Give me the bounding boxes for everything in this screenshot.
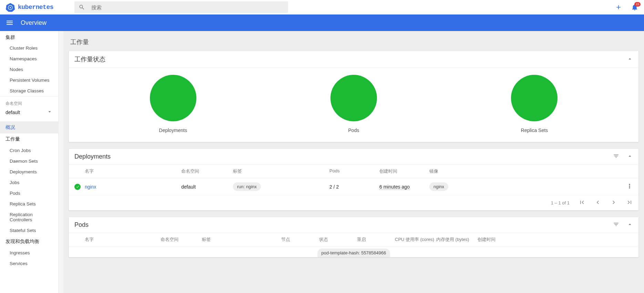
col-restarts: 重启 [357,236,395,243]
col-created: 创建时间 [379,168,429,174]
label-chip: pod-template-hash: 5578584966 [317,249,390,257]
collapse-icon[interactable] [627,153,633,160]
status-chart-deployments: Deployments [150,75,196,133]
pager-first-icon[interactable] [579,199,585,207]
col-pods: Pods [329,168,379,174]
sidebar-item-overview[interactable]: 概况 [0,122,58,133]
col-created: 创建时间 [478,236,633,243]
page-title: Overview [21,19,47,27]
sidebar-item-workload-6[interactable]: Replication Controllers [0,209,58,225]
col-labels: 标签 [202,236,281,243]
sidebar-item-discovery-0[interactable]: Ingresses [0,247,58,258]
namespace-value: default [6,110,20,115]
deployment-link[interactable]: nginx [85,184,96,190]
main-heading: 工作量 [70,38,638,46]
logo-text: kubernetes [18,4,53,11]
collapse-icon[interactable] [627,221,633,229]
sidebar-item-workload-7[interactable]: Stateful Sets [0,225,58,236]
card-title-pods: Pods [74,221,613,229]
sidebar-item-discovery-1[interactable]: Services [0,258,58,269]
sidebar-item-workload-0[interactable]: Cron Jobs [0,145,58,156]
col-status: 状态 [319,236,357,243]
cell-created: 6 minutes ago [379,184,410,190]
col-name: 名字 [85,168,181,174]
pager-range: 1 – 1 of 1 [551,200,570,205]
chevron-down-icon [47,109,53,116]
pager-prev-icon[interactable] [594,199,601,207]
label-chip: run: nginx [233,182,261,191]
cell-pods: 2 / 2 [329,184,379,190]
pods-card: Pods 名字 命名空间 标签 节点 状态 重启 CPU 使用率 (cores)… [69,217,638,257]
logo[interactable]: kubernetes [6,2,74,12]
sidebar-item-workload-5[interactable]: Replica Sets [0,199,58,209]
pager-next-icon[interactable] [610,199,617,207]
namespace-select[interactable]: default [0,107,58,119]
menu-toggle-button[interactable] [6,19,14,27]
workload-status-card: 工作量状态 DeploymentsPodsReplica Sets [69,51,638,142]
card-title-deployments: Deployments [74,153,613,160]
notifications-button[interactable]: 15 [631,3,638,11]
donut-chart [150,75,196,121]
donut-chart [330,75,377,121]
status-label: Replica Sets [521,128,548,133]
k8s-logo-icon [6,2,15,12]
image-chip: nginx [429,182,448,191]
action-bar: Overview [0,14,644,31]
cell-namespace: default [181,184,233,190]
search-icon [79,4,85,11]
sidebar-item-cluster-1[interactable]: Namespaces [0,53,58,64]
search-box[interactable] [74,1,288,13]
pager-last-icon[interactable] [626,199,633,207]
sidebar-item-workload-1[interactable]: Daemon Sets [0,156,58,166]
status-ok-icon [74,184,81,190]
svg-point-2 [10,7,11,8]
col-name: 名字 [85,236,161,243]
sidebar-item-cluster-4[interactable]: Storage Classes [0,85,58,96]
deployments-card: Deployments 名字 命名空间 标签 Pods 创建时间 镜像 ngin… [69,149,638,210]
status-label: Deployments [159,128,187,133]
filter-icon[interactable] [613,153,619,160]
sidebar-scrollbar[interactable] [59,31,63,293]
topbar: kubernetes 15 [0,0,644,14]
create-button[interactable] [615,4,622,11]
deployments-table-header: 名字 命名空间 标签 Pods 创建时间 镜像 [69,165,638,178]
sidebar-item-cluster-0[interactable]: Cluster Roles [0,43,58,53]
sidebar-item-cluster-3[interactable]: Persistent Volumes [0,75,58,85]
col-labels: 标签 [233,168,329,174]
filter-icon[interactable] [613,221,619,229]
col-cpu: CPU 使用率 (cores) [395,236,436,243]
status-chart-replica-sets: Replica Sets [511,75,558,133]
search-input[interactable] [91,4,284,10]
col-namespace: 命名空间 [181,168,233,174]
sidebar-item-cluster-2[interactable]: Nodes [0,64,58,75]
card-title-status: 工作量状态 [74,55,627,63]
sidebar-item-workload-4[interactable]: Pods [0,188,58,199]
collapse-icon[interactable] [627,56,633,63]
col-images: 镜像 [429,168,623,174]
col-mem: 内存使用 (bytes) [436,236,478,243]
sidebar-head-discovery[interactable]: 发现和负载均衡 [0,236,58,247]
sidebar-item-workload-2[interactable]: Deployments [0,166,58,177]
namespace-label: 命名空间 [0,99,58,107]
col-node: 节点 [281,236,319,243]
pods-table-header: 名字 命名空间 标签 节点 状态 重启 CPU 使用率 (cores) 内存使用… [69,233,638,246]
table-row: pod-template-hash: 5578584966 [69,246,638,257]
sidebar: 集群 Cluster RolesNamespacesNodesPersisten… [0,31,59,293]
sidebar-head-cluster: 集群 [0,31,58,43]
status-chart-pods: Pods [330,75,377,133]
sidebar-item-workload-3[interactable]: Jobs [0,177,58,188]
row-menu-button[interactable] [623,183,633,191]
col-namespace: 命名空间 [161,236,202,243]
status-label: Pods [348,128,359,133]
deployments-pager: 1 – 1 of 1 [69,195,638,210]
main-content: 工作量 工作量状态 DeploymentsPodsReplica Sets De… [63,31,644,293]
donut-chart [511,75,558,121]
table-row: nginxdefaultrun: nginx2 / 26 minutes ago… [69,178,638,195]
notification-badge: 15 [634,2,641,7]
sidebar-head-workload[interactable]: 工作量 [0,133,58,145]
